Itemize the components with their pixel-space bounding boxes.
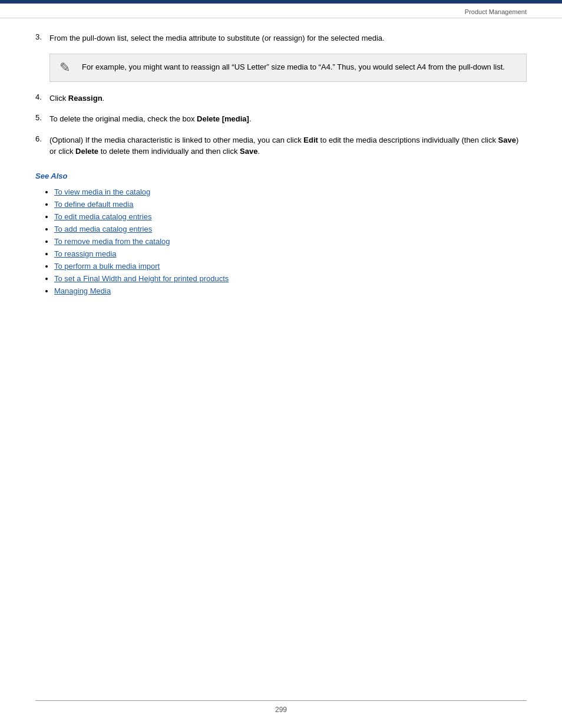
step-6-bold3: Delete [75, 147, 98, 156]
list-item: To define default media [54, 200, 527, 209]
link-remove-media[interactable]: To remove media from the catalog [54, 237, 170, 246]
note-text: For example, you might want to reassign … [82, 61, 505, 73]
step-6-item: 6. (Optional) If the media characteristi… [35, 134, 527, 157]
link-add-entries[interactable]: To add media catalog entries [54, 225, 152, 233]
list-item: To perform a bulk media import [54, 262, 527, 271]
list-item: To view media in the catalog [54, 187, 527, 196]
link-view-media[interactable]: To view media in the catalog [54, 187, 150, 196]
header-title: Product Management [465, 8, 527, 15]
link-edit-entries[interactable]: To edit media catalog entries [54, 212, 151, 221]
list-item: To remove media from the catalog [54, 237, 527, 246]
step-3-text: From the pull-down list, select the medi… [49, 32, 385, 44]
link-final-width-height[interactable]: To set a Final Width and Height for prin… [54, 274, 229, 283]
step-3-block: 3. From the pull-down list, select the m… [35, 32, 527, 82]
link-managing-media[interactable]: Managing Media [54, 286, 111, 295]
list-item: To add media catalog entries [54, 225, 527, 233]
step-5-item: 5. To delete the original media, check t… [35, 113, 527, 125]
list-item: To edit media catalog entries [54, 212, 527, 221]
see-also-heading: See Also [35, 172, 527, 180]
step-5-bold: Delete [media] [197, 114, 249, 123]
page-container: Product Management 3. From the pull-down… [0, 0, 562, 728]
step-6-bold1: Edit [303, 136, 318, 144]
step-6-bold4: Save [240, 147, 257, 156]
list-item: To reassign media [54, 249, 527, 258]
footer-page-number: 299 [275, 706, 287, 714]
step-6-bold2: Save [498, 136, 516, 144]
step-4-bold: Reassign [68, 94, 103, 103]
link-reassign-media[interactable]: To reassign media [54, 249, 117, 258]
header-section: Product Management [0, 4, 562, 18]
step-5-text: To delete the original media, check the … [49, 113, 252, 125]
note-icon: ✎ [59, 61, 76, 74]
list-item: To set a Final Width and Height for prin… [54, 274, 527, 283]
link-define-default[interactable]: To define default media [54, 200, 133, 209]
note-box: ✎ For example, you might want to reassig… [49, 54, 527, 82]
footer-area: 299 [0, 700, 562, 714]
content-area: 3. From the pull-down list, select the m… [0, 18, 562, 334]
step-4-text: Click Reassign. [49, 93, 104, 104]
step-4-item: 4. Click Reassign. [35, 93, 527, 104]
step-6-text: (Optional) If the media characteristic i… [49, 134, 527, 157]
see-also-list: To view media in the catalog To define d… [35, 187, 527, 295]
step-3-number: 3. [35, 32, 49, 41]
step-3-item: 3. From the pull-down list, select the m… [35, 32, 527, 44]
step-5-number: 5. [35, 113, 49, 122]
step-6-number: 6. [35, 134, 49, 143]
step-4-number: 4. [35, 93, 49, 101]
footer-line [35, 700, 527, 701]
link-bulk-import[interactable]: To perform a bulk media import [54, 262, 160, 271]
list-item: Managing Media [54, 286, 527, 295]
